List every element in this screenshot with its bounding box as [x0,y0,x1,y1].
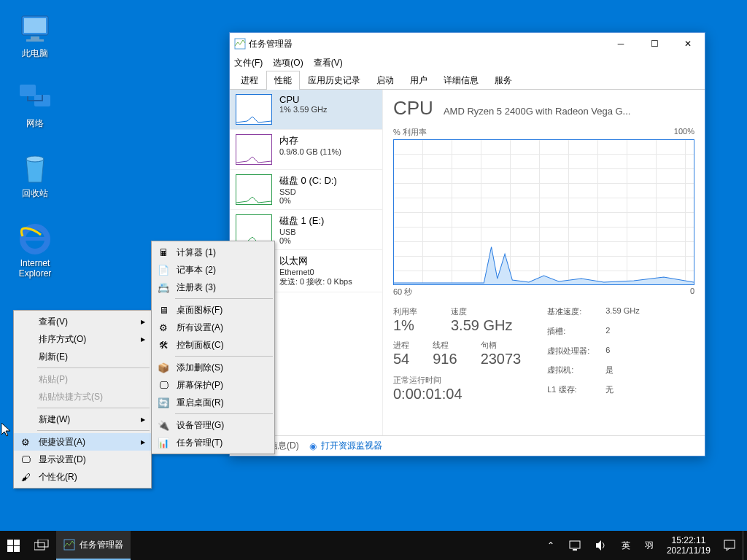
show-desktop-button[interactable] [743,531,747,560]
menu-label: 记事本 (2) [177,264,216,276]
app-icon [234,38,246,50]
desktop-icon-label: 网络 [7,118,63,128]
tray-chevron-icon[interactable]: ⌃ [540,531,562,560]
menu-icon: ⚙ [157,321,170,334]
clock-date: 2021/11/19 [667,545,711,556]
menu-item: 粘贴快捷方式(S) [14,388,151,405]
tab-users[interactable]: 用户 [402,71,436,90]
spec-val: 无 [605,384,639,402]
ime-indicator[interactable]: 英 [614,531,638,560]
spec-val: 2 [605,326,639,344]
menu-file[interactable]: 文件(F) [234,57,263,69]
menu-label: 查看(V) [39,316,68,328]
perf-item-cpu[interactable]: CPU 1% 3.59 GHz [230,90,382,130]
desktop-icon-this-pc[interactable]: 此电脑 [7,12,63,58]
maximize-button[interactable]: ☐ [638,33,671,55]
svg-rect-14 [34,542,44,550]
menu-view[interactable]: 查看(V) [314,57,343,69]
network-tray-icon[interactable] [562,531,588,560]
task-view-button[interactable] [27,531,56,560]
menu-item[interactable]: 📦添加删除(S) [152,359,274,376]
tab-app-history[interactable]: 应用历史记录 [300,71,368,90]
svg-rect-18 [573,549,577,551]
menu-label: 计算器 (1) [177,246,216,259]
desktop-icon-network[interactable]: 网络 [7,82,63,128]
menu-item[interactable]: 🔄重启桌面(R) [152,394,274,411]
menu-item[interactable]: 🖌个性化(R) [14,468,151,486]
svg-rect-17 [570,541,580,548]
perf-sub: 0% [279,236,324,245]
menu-item[interactable]: 🖩计算器 (1) [152,244,274,261]
menu-icon: 🖵 [157,378,170,392]
perf-item--[interactable]: 内存 0.9/8.0 GB (11%) [230,130,382,170]
ime-mode[interactable]: 羽 [638,531,661,560]
desktop-icon-recycle-bin[interactable]: 回收站 [7,152,63,198]
menu-item[interactable]: 🔌设备管理(G) [152,416,274,434]
start-button[interactable] [0,531,27,560]
cpu-spec-grid: 基准速度:3.59 GHz插槽:2虚拟处理器:6虚拟机:是L1 缓存:无 [547,306,639,402]
perf-item--0-c-d-[interactable]: 磁盘 0 (C: D:) SSD 0% [230,170,382,210]
cpu-title: CPU [393,97,433,120]
menu-item: 粘贴(P) [14,370,151,388]
menu-item[interactable]: 📄记事本 (2) [152,261,274,279]
clock[interactable]: 15:22:11 2021/11/19 [661,535,716,556]
svg-rect-12 [7,546,13,552]
spec-val: 6 [605,346,639,364]
menu-item[interactable]: 刷新(E) [14,348,151,365]
menu-item[interactable]: 排序方式(O) [14,330,151,348]
tab-processes[interactable]: 进程 [233,71,266,90]
tabbar: 进程 性能 应用历史记录 启动 用户 详细信息 服务 [230,71,705,90]
menu-icon: 📊 [157,436,170,449]
menu-item[interactable]: ⚙所有设置(A) [152,319,274,336]
stat-label: 句柄 [481,340,522,351]
menu-label: 粘贴(P) [39,373,68,386]
menu-item[interactable]: 🛠控制面板(C) [152,336,274,354]
svg-rect-1 [24,18,46,33]
desktop-context-menu: 查看(V)排序方式(O)刷新(E)粘贴(P)粘贴快捷方式(S)新建(W)⚙便捷设… [13,310,152,489]
menu-item[interactable]: 🖵显示设置(D) [14,451,151,468]
desktop-icon-ie[interactable]: Internet Explorer [7,222,63,279]
separator [175,298,273,299]
uptime-value: 0:00:01:04 [393,386,540,402]
minimize-button[interactable]: ─ [604,33,638,55]
tab-performance[interactable]: 性能 [266,71,300,90]
menu-icon: 📄 [157,263,170,276]
menu-item[interactable]: 📊任务管理(T) [152,434,274,451]
menu-label: 显示设置(D) [39,454,86,466]
bottombar: ⌃ 简略信息(D) ◉ 打开资源监视器 [230,435,705,456]
perf-sub: 发送: 0 接收: 0 Kbps [279,276,352,287]
spec-key: L1 缓存: [547,384,605,402]
perf-title: 磁盘 0 (C: D:) [279,174,337,187]
menu-item[interactable]: 🖥桌面图标(F) [152,301,274,319]
utilization-label: % 利用率 [393,127,427,138]
taskbar-task-manager[interactable]: 任务管理器 [56,531,131,560]
separator [37,408,150,408]
svg-rect-4 [20,85,36,96]
menu-item[interactable]: 新建(W) [14,411,151,428]
tab-services[interactable]: 服务 [487,71,520,90]
convenience-settings-submenu: 🖩计算器 (1)📄记事本 (2)📇注册表 (3)🖥桌面图标(F)⚙所有设置(A)… [151,241,275,454]
tab-startup[interactable]: 启动 [368,71,402,90]
menu-item[interactable]: ⚙便捷设置(A) [14,433,151,451]
ie-icon [18,222,53,257]
menu-item[interactable]: 查看(V) [14,313,151,330]
menu-label: 粘贴快捷方式(S) [39,391,103,403]
cpu-chart[interactable] [393,139,694,285]
menu-icon: 🖩 [157,246,170,259]
stat-label: 利用率 [393,306,417,317]
stat-value: 23073 [481,351,522,368]
menu-label: 个性化(R) [39,471,77,483]
svg-rect-8 [23,237,47,241]
tab-details[interactable]: 详细信息 [436,71,487,90]
volume-tray-icon[interactable] [588,531,614,560]
utilization-max: 100% [674,127,694,138]
menu-item[interactable]: 🖵屏幕保护(P) [152,376,274,394]
close-button[interactable]: ✕ [671,33,705,55]
open-resource-monitor-link[interactable]: 打开资源监视器 [321,440,382,452]
menu-item[interactable]: 📇注册表 (3) [152,279,274,296]
notifications-icon[interactable] [716,531,743,560]
svg-rect-3 [26,39,44,42]
stat-label: 速度 [451,306,512,317]
titlebar[interactable]: 任务管理器 ─ ☐ ✕ [230,33,705,55]
menu-options[interactable]: 选项(O) [273,57,303,69]
